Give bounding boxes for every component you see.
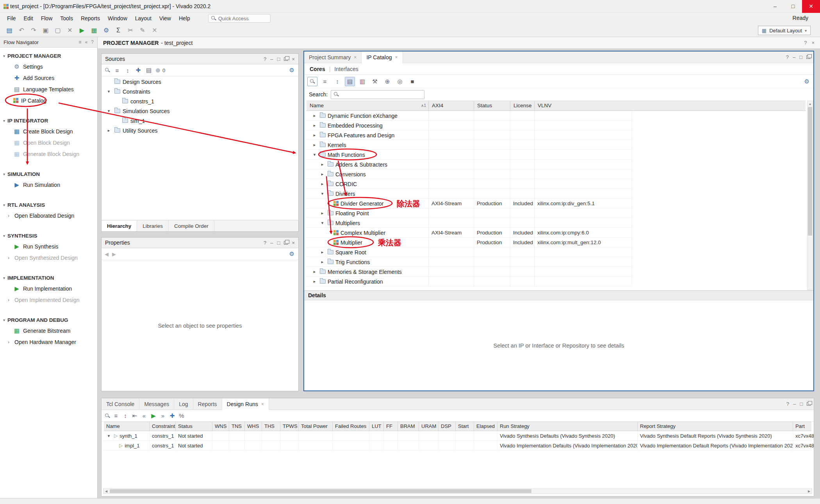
menu-edit[interactable]: Edit bbox=[20, 14, 37, 23]
section-header-simulation[interactable]: ▾SIMULATION bbox=[0, 169, 97, 179]
nav-item-run-simulation[interactable]: ▶Run Simulation bbox=[0, 179, 97, 190]
undo-icon[interactable]: ↶ bbox=[16, 25, 27, 35]
run-icon[interactable]: ▶ bbox=[150, 412, 157, 419]
column-header-total-power[interactable]: Total Power bbox=[298, 422, 332, 431]
minimize-button[interactable]: – bbox=[766, 0, 784, 13]
expand-all-icon[interactable]: ↕ bbox=[332, 77, 342, 86]
column-header-dsp[interactable]: DSP bbox=[438, 422, 455, 431]
ip-search-input[interactable] bbox=[341, 92, 422, 98]
nav-item-create-block-design[interactable]: ▦Create Block Design bbox=[0, 126, 97, 137]
chevron-right-icon[interactable]: ▸ bbox=[319, 250, 326, 255]
gear-icon[interactable]: ⚙ bbox=[289, 67, 294, 74]
nav-item-run-implementation[interactable]: ▶Run Implementation bbox=[0, 283, 97, 294]
menu-reports[interactable]: Reports bbox=[77, 14, 104, 23]
ip-row-floating-point[interactable]: ▸Floating Point bbox=[307, 208, 632, 218]
ip-row-divider-generator[interactable]: Divider GeneratorAXI4-StreamProductionIn… bbox=[307, 199, 632, 208]
close-icon[interactable]: × bbox=[292, 240, 295, 246]
taxonomy-icon[interactable]: ▥ bbox=[357, 77, 367, 86]
dashboard-icon[interactable]: ▦ bbox=[89, 25, 100, 35]
chevron-right-icon[interactable]: ▸ bbox=[311, 142, 318, 147]
horizontal-scrollbar[interactable]: ◀ ▶ bbox=[103, 488, 812, 494]
copy-icon[interactable]: ▣ bbox=[40, 25, 51, 35]
tab-tcl-console[interactable]: Tcl Console bbox=[102, 398, 139, 410]
help-icon[interactable]: ? bbox=[786, 401, 789, 407]
nav-item-run-synthesis[interactable]: ▶Run Synthesis bbox=[0, 241, 97, 252]
source-item-constrs-1[interactable]: constrs_1 bbox=[102, 96, 298, 106]
design-run-row-synth-1[interactable]: ▾▷synth_1constrs_1Not startedVivado Synt… bbox=[104, 431, 811, 441]
chevron-down-icon[interactable]: ▾ bbox=[311, 152, 318, 157]
column-header-part[interactable]: Part bbox=[793, 422, 814, 431]
chevron-right-icon[interactable]: ▸ bbox=[311, 123, 318, 128]
ip-row-kernels[interactable]: ▸Kernels bbox=[307, 140, 632, 150]
maximize-icon[interactable]: □ bbox=[800, 401, 803, 407]
subtab-interfaces[interactable]: Interfaces bbox=[334, 66, 358, 72]
nav-item-language-templates[interactable]: ▤Language Templates bbox=[0, 83, 97, 95]
column-header-name[interactable]: Name∧1 bbox=[307, 101, 428, 110]
quick-access-input[interactable] bbox=[218, 16, 263, 21]
reset-runs-icon[interactable]: ⇤ bbox=[131, 412, 138, 419]
column-header-ff[interactable]: FF bbox=[383, 422, 398, 431]
nav-item-open-synthesized-design[interactable]: ›Open Synthesized Design bbox=[0, 252, 97, 263]
ip-row-fpga-features-and-design[interactable]: ▸FPGA Features and Design bbox=[307, 130, 632, 140]
save-icon[interactable]: ▤ bbox=[4, 25, 15, 35]
column-header-ths[interactable]: THS bbox=[262, 422, 280, 431]
forward-icon[interactable]: » bbox=[159, 412, 166, 419]
tab-ip-catalog[interactable]: IP Catalog × bbox=[362, 51, 403, 63]
chevron-right-icon[interactable]: ▸ bbox=[311, 269, 318, 274]
scroll-right-icon[interactable]: ▶ bbox=[806, 489, 812, 493]
back-icon[interactable]: ◀ bbox=[105, 251, 109, 257]
redo-icon[interactable]: ↷ bbox=[28, 25, 39, 35]
ip-row-multipliers[interactable]: ▾Multipliers bbox=[307, 218, 632, 228]
chevron-right-icon[interactable]: ▸ bbox=[319, 162, 326, 167]
rewind-icon[interactable]: « bbox=[141, 412, 148, 419]
menu-help[interactable]: Help bbox=[175, 14, 194, 23]
float-icon[interactable] bbox=[284, 57, 288, 61]
sigma-icon[interactable]: Σ bbox=[113, 25, 124, 35]
chevron-right-icon[interactable]: ▸ bbox=[311, 113, 318, 118]
nav-item-open-implemented-design[interactable]: ›Open Implemented Design bbox=[0, 294, 97, 305]
maximize-icon[interactable]: □ bbox=[277, 240, 280, 246]
nav-item-ip-catalog[interactable]: IP Catalog bbox=[0, 95, 97, 106]
column-header-failed-routes[interactable]: Failed Routes bbox=[332, 422, 369, 431]
column-header-lut[interactable]: LUT bbox=[369, 422, 383, 431]
close-button[interactable]: ✕ bbox=[802, 0, 820, 13]
maximize-icon[interactable]: □ bbox=[277, 56, 280, 62]
minimize-icon[interactable]: – bbox=[793, 54, 795, 60]
nav-item-open-elaborated-design[interactable]: ›Open Elaborated Design bbox=[0, 210, 97, 221]
collapse-all-icon[interactable]: ≡ bbox=[114, 67, 121, 74]
quick-access-search[interactable] bbox=[208, 14, 271, 23]
source-item-sim-1[interactable]: sim_1 bbox=[102, 116, 298, 126]
menu-window[interactable]: Window bbox=[104, 14, 131, 23]
chevron-down-icon[interactable]: ▾ bbox=[105, 89, 112, 94]
edit-icon[interactable]: ✎ bbox=[137, 25, 148, 35]
messages-badge-icon[interactable] bbox=[156, 68, 160, 73]
group-by-category-icon[interactable]: ▤ bbox=[345, 77, 355, 86]
help-icon[interactable]: ? bbox=[91, 39, 94, 45]
nav-item-open-hardware-manager[interactable]: ›Open Hardware Manager bbox=[0, 336, 97, 348]
source-item-design-sources[interactable]: Design Sources bbox=[102, 77, 298, 87]
section-header-rtl-analysis[interactable]: ▾RTL ANALYSIS bbox=[0, 200, 97, 210]
collapse-all-icon[interactable]: ≡ bbox=[320, 77, 330, 86]
section-header-implementation[interactable]: ▾IMPLEMENTATION bbox=[0, 273, 97, 283]
menu-icon[interactable]: ≡ bbox=[79, 39, 82, 45]
column-header-status[interactable]: Status bbox=[175, 422, 212, 431]
close-icon[interactable]: × bbox=[354, 55, 357, 60]
minimize-icon[interactable]: – bbox=[793, 401, 796, 407]
tab-libraries[interactable]: Libraries bbox=[137, 220, 169, 231]
source-item-constraints[interactable]: ▾Constraints bbox=[102, 87, 298, 96]
tab-reports[interactable]: Reports bbox=[193, 398, 222, 410]
expand-all-icon[interactable]: ↕ bbox=[124, 67, 131, 74]
cut-icon[interactable]: ✂ bbox=[125, 25, 136, 35]
maximize-button[interactable]: □ bbox=[784, 0, 802, 13]
paste-icon[interactable]: ▢ bbox=[52, 25, 63, 35]
help-icon[interactable]: ? bbox=[804, 40, 807, 46]
source-item-simulation-sources[interactable]: ▾Simulation Sources bbox=[102, 106, 298, 116]
chevron-right-icon[interactable]: ▸ bbox=[311, 133, 318, 138]
chevron-right-icon[interactable]: ▸ bbox=[319, 211, 326, 216]
collapse-all-icon[interactable]: ≡ bbox=[112, 412, 119, 419]
help-icon[interactable]: ? bbox=[264, 240, 266, 246]
scroll-left-icon[interactable]: ◀ bbox=[103, 489, 109, 493]
section-header-ip-integrator[interactable]: ▾IP INTEGRATOR bbox=[0, 115, 97, 126]
column-header-run-strategy[interactable]: Run Strategy bbox=[497, 422, 637, 431]
scrollbar-thumb[interactable] bbox=[110, 489, 531, 493]
